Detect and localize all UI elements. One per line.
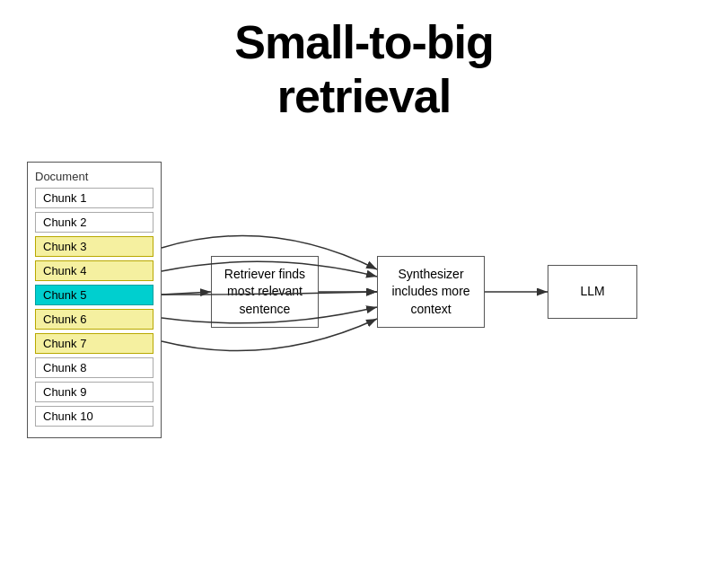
svg-line-1 xyxy=(162,292,211,295)
chunk-9: Chunk 9 xyxy=(35,382,153,402)
chunk-6: Chunk 6 xyxy=(35,309,153,330)
page-title: Small-to-big retrieval xyxy=(0,0,728,124)
chunk-5: Chunk 5 xyxy=(35,285,153,305)
diagram-area: Document Chunk 1 Chunk 2 Chunk 3 Chunk 4… xyxy=(27,144,709,566)
chunk-8: Chunk 8 xyxy=(35,357,153,378)
document-container: Document Chunk 1 Chunk 2 Chunk 3 Chunk 4… xyxy=(27,162,162,438)
document-label: Document xyxy=(35,170,153,183)
synthesizer-box: Synthesizer includes more context xyxy=(377,256,485,328)
chunk-4: Chunk 4 xyxy=(35,260,153,281)
chunk-7: Chunk 7 xyxy=(35,333,153,354)
chunk-2: Chunk 2 xyxy=(35,212,153,233)
llm-label: LLM xyxy=(580,283,604,301)
retriever-box: Retriever finds most relevant sentence xyxy=(211,256,319,328)
chunk-10: Chunk 10 xyxy=(35,406,153,427)
chunk-3: Chunk 3 xyxy=(35,236,153,257)
llm-box: LLM xyxy=(548,265,637,319)
chunk-1: Chunk 1 xyxy=(35,188,153,208)
synthesizer-label: Synthesizer includes more context xyxy=(378,266,484,319)
retriever-label: Retriever finds most relevant sentence xyxy=(212,266,318,319)
